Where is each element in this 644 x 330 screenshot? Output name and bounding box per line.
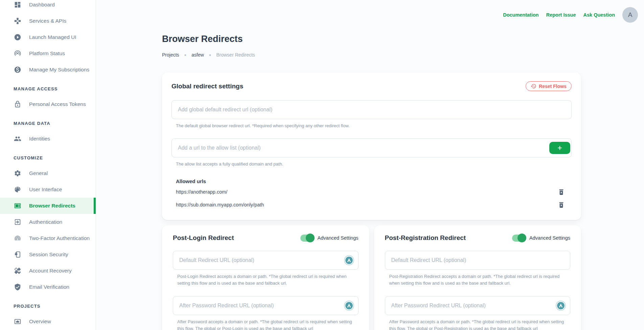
- post-registration-redirect-default-redirect-input[interactable]: [385, 251, 571, 270]
- global-card-title: Global redirect settings: [171, 83, 243, 90]
- post-registration-redirect-after-password-input[interactable]: [385, 296, 571, 315]
- avatar[interactable]: A: [622, 7, 638, 23]
- sidebar-item-label: Identities: [29, 136, 50, 142]
- add-allow-url-button[interactable]: +: [549, 142, 570, 154]
- post-login-redirect-default-help-text: Post-Login Redirect accepts a domain or …: [177, 273, 358, 287]
- breadcrumb: Projects ● asfew ● Browser Redirects: [162, 52, 581, 58]
- post-login-redirect-default-redirect-input[interactable]: [173, 251, 359, 270]
- overview-icon: [14, 318, 21, 325]
- advanced-settings-toggle[interactable]: [300, 235, 314, 242]
- subscriptions-icon: [14, 66, 21, 73]
- sidebar-item-label: Manage My Subscriptions: [29, 67, 89, 73]
- sidebar-item-email-verification[interactable]: Email Verification: [0, 279, 96, 295]
- password-manager-extension-icon[interactable]: [344, 255, 354, 265]
- sidebar-item-dashboard[interactable]: Dashboard: [0, 0, 96, 13]
- sidebar-item-personal-access-tokens[interactable]: Personal Access Tokens: [0, 96, 96, 112]
- authentication-icon: [14, 218, 21, 226]
- session-security-icon: [14, 251, 21, 258]
- report-issue-link[interactable]: Report Issue: [546, 12, 576, 18]
- advanced-settings-toggle[interactable]: [512, 235, 526, 242]
- page-title: Browser Redirects: [162, 34, 581, 44]
- global-default-help-text: The default global browser redirect url.…: [176, 123, 572, 129]
- sidebar-item-services-apis[interactable]: Services & APIs: [0, 13, 96, 29]
- delete-url-button[interactable]: [558, 189, 565, 196]
- page-content: Browser Redirects Projects ● asfew ● Bro…: [162, 0, 581, 330]
- sidebar-item-authentication[interactable]: Authentication: [0, 214, 96, 230]
- sidebar-section-header-projects: PROJECTS: [0, 299, 96, 313]
- sidebar-item-user-interface[interactable]: User Interface: [0, 181, 96, 198]
- documentation-link[interactable]: Documentation: [503, 12, 539, 18]
- launch-managed-ui-icon: [14, 34, 21, 41]
- allowed-url-text: https://sub.domain.myapp.com/only/path: [176, 202, 264, 207]
- sidebar-item-general[interactable]: General: [0, 165, 96, 181]
- identities-icon: [14, 135, 21, 142]
- breadcrumb-current: Browser Redirects: [216, 52, 255, 58]
- post-registration-redirect-title: Post-Registration Redirect: [385, 234, 466, 242]
- sidebar-item-platform-status[interactable]: Platform Status: [0, 45, 96, 62]
- account-recovery-icon: [14, 267, 21, 274]
- lock-icon: [14, 101, 21, 108]
- allowed-urls-title: Allowed urls: [176, 178, 572, 184]
- sidebar-item-label: Platform Status: [29, 50, 65, 57]
- sidebar-item-manage-my-subscriptions[interactable]: Manage My Subscriptions: [0, 62, 96, 78]
- sidebar-section-header-manage-data: MANAGE DATA: [0, 116, 96, 131]
- sidebar-item-two-factor-authentication[interactable]: Two-Factor Authentication: [0, 230, 96, 246]
- trash-icon: [558, 189, 565, 196]
- trash-icon: [558, 201, 565, 208]
- sidebar-item-label: Session Security: [29, 251, 68, 258]
- top-links: Documentation Report Issue Ask Question …: [503, 7, 638, 23]
- palette-icon: [14, 186, 21, 193]
- post-login-redirect-title: Post-Login Redirect: [173, 234, 234, 242]
- plus-icon: +: [557, 144, 562, 152]
- breadcrumb-project-name[interactable]: asfew: [191, 52, 204, 58]
- sidebar-item-label: Account Recovery: [29, 268, 72, 274]
- post-login-redirect-after-password-input[interactable]: [173, 296, 359, 315]
- allowed-urls-list: https://anotherapp.com/https://sub.domai…: [171, 187, 572, 210]
- allow-list-help-text: The allow list accepts a fully qualified…: [176, 161, 572, 168]
- sidebar-item-browser-redirects[interactable]: Browser Redirects: [0, 198, 96, 214]
- sidebar-nav: DashboardServices & APIsLaunch Managed U…: [0, 0, 96, 330]
- post-login-redirect-after-help-text: After Password accepts a domain or path.…: [177, 318, 358, 330]
- sidebar-item-label: General: [29, 170, 48, 176]
- gear-icon: [14, 170, 21, 177]
- breadcrumb-projects[interactable]: Projects: [162, 52, 179, 58]
- password-manager-extension-icon[interactable]: [344, 301, 354, 311]
- platform-status-icon: [14, 50, 21, 57]
- global-redirect-settings-card: Global redirect settings Reset Flows The…: [162, 72, 581, 220]
- breadcrumb-separator: ●: [209, 53, 211, 57]
- main-area: Documentation Report Issue Ask Question …: [96, 0, 644, 330]
- global-default-redirect-input[interactable]: [171, 100, 572, 119]
- sidebar-item-identities[interactable]: Identities: [0, 131, 96, 147]
- advanced-settings-toggle-wrap: Advanced Settings: [300, 235, 359, 242]
- sidebar-section-header-customize: CUSTOMIZE: [0, 150, 96, 165]
- breadcrumb-separator: ●: [184, 53, 187, 57]
- flow-cards-row: Post-Login RedirectAdvanced SettingsPost…: [162, 225, 581, 330]
- history-icon: [531, 83, 536, 89]
- sidebar: DashboardServices & APIsLaunch Managed U…: [0, 0, 96, 330]
- post-registration-redirect-default-help-text: Post-Registration Redirect accepts a dom…: [389, 273, 570, 287]
- sidebar-item-label: Two-Factor Authentication: [29, 235, 90, 241]
- sidebar-item-account-recovery[interactable]: Account Recovery: [0, 263, 96, 279]
- password-manager-extension-icon[interactable]: [556, 301, 566, 311]
- sidebar-item-overview[interactable]: Overview: [0, 313, 96, 330]
- toggle-knob: [518, 234, 526, 242]
- sidebar-item-label: Personal Access Tokens: [29, 101, 86, 107]
- allowed-url-text: https://anotherapp.com/: [176, 189, 227, 195]
- sidebar-item-label: Launch Managed UI: [29, 34, 76, 40]
- reset-flows-button[interactable]: Reset Flows: [526, 81, 572, 91]
- sidebar-item-session-security[interactable]: Session Security: [0, 246, 96, 263]
- advanced-settings-label: Advanced Settings: [318, 235, 359, 241]
- ask-question-link[interactable]: Ask Question: [583, 12, 615, 18]
- sidebar-item-label: Dashboard: [29, 2, 55, 8]
- sidebar-item-launch-managed-ui[interactable]: Launch Managed UI: [0, 29, 96, 45]
- sidebar-item-label: Overview: [29, 318, 51, 325]
- allowed-url-row: https://sub.domain.myapp.com/only/path: [176, 200, 572, 210]
- delete-url-button[interactable]: [558, 201, 565, 208]
- post-registration-redirect-after-help-text: After Password accepts a domain or path.…: [389, 318, 570, 330]
- email-verification-icon: [14, 283, 21, 291]
- allow-list-url-input[interactable]: [171, 138, 572, 157]
- post-login-redirect-card: Post-Login RedirectAdvanced SettingsPost…: [162, 225, 369, 330]
- sidebar-item-label: User Interface: [29, 186, 62, 193]
- sidebar-section-header-manage-access: MANAGE ACCESS: [0, 81, 96, 96]
- services-apis-icon: [14, 17, 21, 25]
